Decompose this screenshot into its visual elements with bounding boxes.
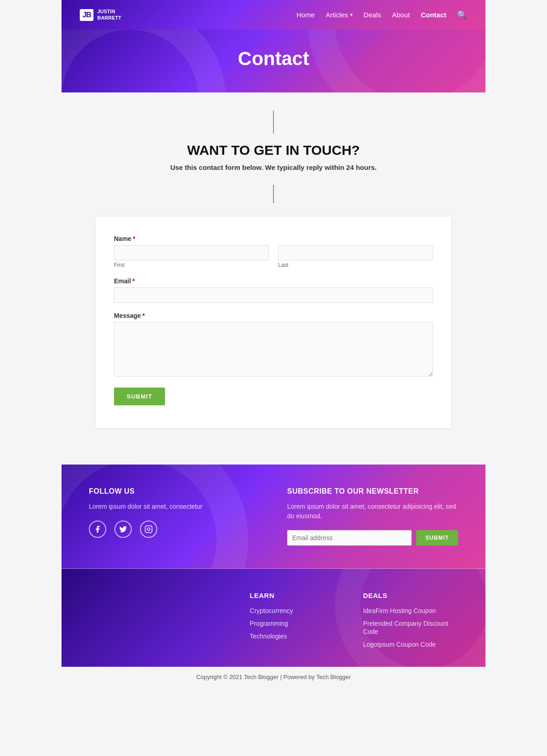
search-button[interactable]: 🔍	[457, 10, 467, 20]
contact-form: Name* First Last Email*	[114, 235, 433, 405]
footer-follow-col: FOLLOW US Lorem ipsum dolor sit amet, co…	[89, 487, 260, 546]
svg-rect-0	[145, 526, 152, 533]
footer-newsletter-col: SUBSCRIBE TO OUR NEWSLETTER Lorem ipsum …	[287, 487, 458, 546]
list-item: Cryptocurrency	[250, 607, 345, 615]
contact-form-container: Name* First Last Email*	[96, 217, 451, 428]
chevron-down-icon: ▾	[350, 12, 353, 18]
email-label: Email*	[114, 277, 433, 285]
footer-learn-col: LEARN Cryptocurrency Programming Technol…	[250, 592, 345, 653]
section-title: WANT TO GET IN TOUCH?	[71, 143, 476, 158]
nav-articles-wrap: Articles ▾	[325, 11, 352, 19]
deals-links: IdeaFirm Hosting Coupon Pretended Compan…	[363, 607, 458, 649]
site-header: JB JUSTINBARRETT Home Articles ▾ Deals A…	[62, 0, 485, 30]
learn-links: Cryptocurrency Programming Technologies	[250, 607, 345, 640]
follow-heading: FOLLOW US	[89, 487, 260, 495]
email-input[interactable]	[114, 287, 433, 303]
mid-divider	[71, 185, 476, 217]
submit-button[interactable]: SUBMIT	[114, 388, 165, 405]
list-item: Programming	[250, 619, 345, 628]
deals-link-ideafirm[interactable]: IdeaFirm Hosting Coupon	[363, 607, 436, 614]
footer-bottom: LEARN Cryptocurrency Programming Technol…	[62, 569, 485, 667]
copyright-text: Copyright © 2021 Tech Blogger | Powered …	[196, 674, 351, 680]
social-icons	[89, 521, 260, 538]
main-nav: Home Articles ▾ Deals About Contact 🔍	[296, 10, 467, 20]
search-icon: 🔍	[457, 10, 467, 20]
deals-link-logoipsum[interactable]: LogoIpsum Coupon Code	[363, 641, 436, 648]
newsletter-heading: SUBSCRIBE TO OUR NEWSLETTER	[287, 487, 458, 495]
email-group: Email*	[114, 277, 433, 303]
newsletter-desc: Lorem ipsum dolor sit amet, consectetur …	[287, 502, 458, 521]
deals-heading: DEALS	[363, 592, 458, 599]
list-item: LogoIpsum Coupon Code	[363, 640, 458, 649]
main-content: WANT TO GET IN TOUCH? Use this contact f…	[62, 92, 485, 465]
instagram-icon[interactable]	[140, 521, 157, 538]
twitter-icon[interactable]	[114, 521, 132, 538]
nav-about[interactable]: About	[392, 11, 410, 19]
hero-title: Contact	[71, 48, 476, 70]
name-required: *	[133, 235, 135, 242]
first-name-input[interactable]	[114, 245, 269, 261]
follow-desc: Lorem ipsum dolor sit amet, consectetur	[89, 502, 260, 511]
deals-link-pretended[interactable]: Pretended Company Discount Code	[363, 620, 448, 635]
nav-articles[interactable]: Articles	[325, 11, 348, 19]
logo-link[interactable]: JB JUSTINBARRETT	[80, 9, 121, 20]
first-name-field: First	[114, 245, 269, 268]
facebook-icon[interactable]	[89, 521, 106, 538]
name-label: Name*	[114, 235, 433, 242]
logo-icon: JB	[80, 9, 93, 21]
list-item: IdeaFirm Hosting Coupon	[363, 607, 458, 615]
bottom-spacer	[71, 428, 476, 446]
footer-top: FOLLOW US Lorem ipsum dolor sit amet, co…	[62, 465, 485, 568]
first-hint: First	[114, 262, 269, 268]
nav-contact[interactable]: Contact	[421, 11, 446, 19]
message-label: Message*	[114, 312, 433, 319]
learn-link-programming[interactable]: Programming	[250, 620, 288, 627]
footer-deals-col: DEALS IdeaFirm Hosting Coupon Pretended …	[363, 592, 458, 653]
newsletter-email-input[interactable]	[287, 530, 412, 546]
last-hint: Last	[278, 262, 433, 268]
footer-copyright: Copyright © 2021 Tech Blogger | Powered …	[62, 667, 485, 687]
message-input[interactable]	[114, 322, 433, 377]
last-name-input[interactable]	[278, 245, 433, 261]
learn-link-tech[interactable]: Technologies	[250, 633, 287, 640]
nav-deals[interactable]: Deals	[364, 11, 381, 19]
last-name-field: Last	[278, 245, 433, 268]
hero-section: Contact	[62, 30, 485, 92]
message-required: *	[142, 312, 144, 319]
name-group: Name* First Last	[114, 235, 433, 268]
newsletter-submit-button[interactable]: SUBMIT	[416, 530, 458, 546]
nav-home[interactable]: Home	[296, 11, 315, 19]
logo-name: JUSTINBARRETT	[97, 9, 121, 20]
section-subtitle: Use this contact form below. We typicall…	[71, 163, 476, 171]
message-group: Message*	[114, 312, 433, 378]
learn-heading: LEARN	[250, 592, 345, 599]
top-divider	[71, 111, 476, 143]
list-item: Pretended Company Discount Code	[363, 619, 458, 636]
email-required: *	[132, 277, 134, 285]
learn-link-crypto[interactable]: Cryptocurrency	[250, 607, 293, 614]
name-row: First Last	[114, 245, 433, 268]
newsletter-input-row: SUBMIT	[287, 530, 458, 546]
footer-spacer-col	[89, 592, 232, 653]
list-item: Technologies	[250, 632, 345, 640]
